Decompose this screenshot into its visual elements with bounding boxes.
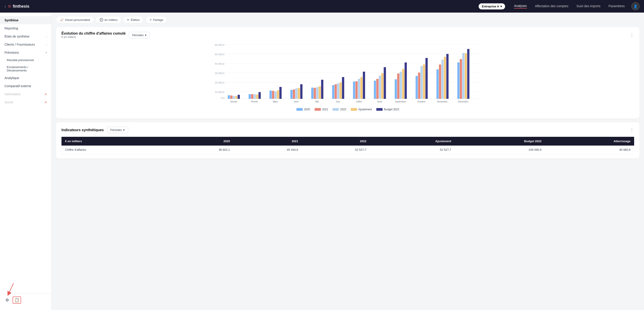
- chevron-icon-clients: ‹: [46, 43, 47, 46]
- svg-rect-75: [436, 69, 439, 99]
- partage-label: Partage: [153, 18, 163, 22]
- table-container: € en milliers 2020 2021 2022 Ajustement …: [62, 137, 634, 154]
- svg-rect-70: [418, 73, 420, 99]
- chart-card-header: Évolution du chiffre d'affaires cumulé €…: [62, 32, 634, 39]
- chart-subtitle: € en milliers: [62, 36, 126, 39]
- avatar[interactable]: 👤: [632, 2, 640, 10]
- main-layout: Synthèse Reporting États de synthèse ‹ C…: [0, 13, 644, 310]
- legend-label-2020: 2020: [304, 108, 310, 111]
- svg-rect-33: [290, 90, 292, 99]
- svg-text:30 000,0: 30 000,0: [215, 72, 224, 75]
- nav-link-suivi[interactable]: Suivi des imports: [576, 4, 600, 8]
- svg-rect-27: [270, 91, 272, 99]
- nav-link-parametres[interactable]: Paramètres: [608, 4, 625, 8]
- indicators-periods-label: Périodes: [110, 128, 122, 132]
- legend-2022: 2022: [332, 108, 346, 111]
- nav-link-analyses[interactable]: Analyses: [514, 4, 527, 9]
- svg-rect-45: [332, 85, 334, 99]
- svg-rect-82: [460, 59, 462, 99]
- company-selector[interactable]: Entreprise A ▾: [478, 3, 505, 10]
- periods-chevron: ▾: [145, 34, 146, 37]
- svg-rect-48: [340, 83, 342, 99]
- sidebar-item-etats[interactable]: États de synthèse ‹: [0, 32, 52, 41]
- copy-icon: 📋: [14, 298, 19, 302]
- indicators-card: Indicateurs synthétiques Périodes ▾ ⋮ € …: [56, 122, 640, 159]
- en-milliers-button[interactable]: € en milliers: [96, 16, 122, 23]
- svg-rect-36: [298, 88, 300, 99]
- sidebar-item-clients[interactable]: Clients / Fournisseurs ‹: [0, 41, 52, 49]
- svg-rect-84: [465, 53, 467, 99]
- svg-text:Septembre: Septembre: [395, 100, 406, 103]
- edit-icon: ✏: [127, 18, 130, 22]
- svg-rect-40: [314, 88, 316, 99]
- svg-rect-77: [442, 60, 444, 99]
- svg-rect-15: [228, 95, 230, 99]
- svg-rect-60: [381, 73, 384, 99]
- chart-more-button[interactable]: ⋮: [630, 32, 634, 38]
- share-icon: ↗: [149, 18, 152, 22]
- indicators-card-header: Indicateurs synthétiques Périodes ▾ ⋮: [62, 127, 634, 133]
- legend-color-2022: [332, 108, 339, 111]
- th-label: € en milliers: [62, 137, 166, 146]
- milliers-label: en milliers: [104, 18, 118, 22]
- legend-label-2022: 2022: [340, 108, 346, 111]
- row-atterrissage: 49 980,8: [545, 146, 634, 154]
- toolbar: 📈 Visuel personnalisé € en milliers ✏ Éd…: [56, 16, 640, 23]
- svg-rect-37: [300, 84, 302, 99]
- svg-rect-55: [363, 72, 365, 99]
- row-budget2022: 109 090,9: [455, 146, 545, 154]
- chart-legend: 2020 2021 2022 Ajustement: [62, 108, 634, 111]
- svg-rect-66: [402, 69, 404, 99]
- chevron-icon-etats: ‹: [46, 35, 47, 38]
- sidebar-item-analytique[interactable]: Analytique: [0, 74, 52, 82]
- sidebar-item-previsions[interactable]: Prévisions ▾: [0, 49, 52, 57]
- svg-rect-41: [316, 87, 318, 99]
- chart-title: Évolution du chiffre d'affaires cumulé: [62, 32, 126, 36]
- back-button[interactable]: ‹: [4, 4, 6, 9]
- svg-text:60 000,0: 60 000,0: [215, 44, 224, 46]
- edition-button[interactable]: ✏ Édition: [123, 16, 144, 23]
- company-chevron: ▾: [500, 5, 502, 8]
- indicators-periods-button[interactable]: Périodes ▾: [107, 127, 128, 133]
- chart-periods-button[interactable]: Périodes ▾: [129, 32, 150, 39]
- svg-rect-57: [374, 81, 376, 99]
- nav-link-affectation[interactable]: Affectation des comptes: [535, 4, 568, 8]
- social-label: Social: [4, 100, 13, 104]
- svg-text:Juin: Juin: [336, 100, 340, 103]
- copy-button[interactable]: 📋: [12, 296, 21, 304]
- svg-rect-63: [395, 79, 397, 99]
- svg-rect-73: [426, 58, 428, 99]
- svg-rect-42: [319, 86, 321, 99]
- partage-button[interactable]: ↗ Partage: [146, 16, 167, 23]
- legend-budget2022: Budget 2022: [376, 108, 399, 111]
- gear-icon: ⚙: [6, 298, 9, 302]
- visuel-personnalise-button[interactable]: 📈 Visuel personnalisé: [56, 16, 94, 23]
- chart-icon: 📈: [60, 18, 64, 22]
- svg-rect-65: [400, 72, 402, 99]
- sidebar-item-comparatif[interactable]: Comparatif externe: [0, 82, 52, 90]
- sidebar-item-resultat[interactable]: Résultat prévisionnel: [0, 57, 52, 64]
- svg-rect-25: [258, 92, 261, 99]
- milliers-icon: €: [100, 18, 103, 22]
- svg-rect-67: [404, 63, 407, 99]
- sidebar-item-encaissements[interactable]: Encaissements / Décaissements: [0, 64, 52, 74]
- legend-color-budget2022: [376, 108, 382, 111]
- logo-icon: ≡: [8, 3, 11, 9]
- svg-rect-49: [342, 77, 344, 99]
- sidebar-item-reporting[interactable]: Reporting: [0, 24, 52, 32]
- svg-rect-58: [376, 79, 378, 99]
- settings-button[interactable]: ⚙: [4, 297, 10, 303]
- svg-text:0,0: 0,0: [221, 97, 224, 99]
- sidebar-item-synthese[interactable]: Synthèse: [0, 16, 52, 24]
- nav-links: Analyses Affectation des comptes Suivi d…: [514, 4, 625, 9]
- content-area: 📈 Visuel personnalisé € en milliers ✏ Éd…: [52, 13, 644, 310]
- th-2021: 2021: [234, 137, 302, 146]
- svg-rect-85: [467, 49, 470, 99]
- legend-color-2020: [296, 108, 303, 111]
- indicators-more-button[interactable]: ⋮: [630, 127, 634, 133]
- legend-label-ajustement: Ajustement: [358, 108, 372, 111]
- th-2022: 2022: [302, 137, 370, 146]
- svg-rect-31: [279, 87, 282, 99]
- row-2021: 45 444,6: [234, 146, 302, 154]
- row-label: Chiffre d'affaires: [62, 146, 166, 154]
